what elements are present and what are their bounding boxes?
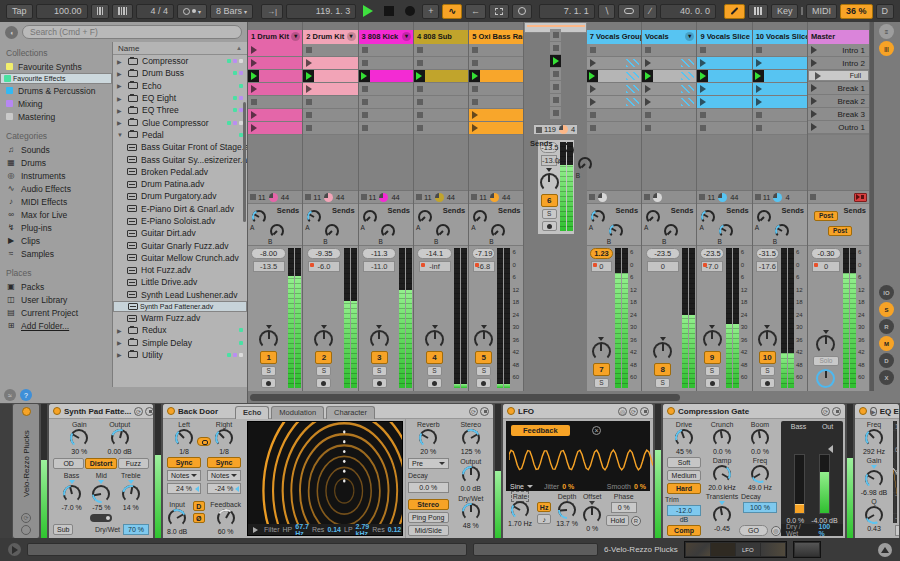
clip-stop-button[interactable] [362,60,368,66]
playing-clip-button[interactable] [753,70,764,82]
track-stop-button[interactable] [536,127,542,133]
empty-clip-slot[interactable] [550,29,561,41]
clip-stop-button[interactable] [472,86,478,92]
knob-value[interactable]: 45 % [676,448,692,455]
phase-value[interactable]: 0 % [611,502,637,513]
phase-invert-button[interactable]: Ø [193,513,205,523]
knob-dial[interactable] [419,429,437,447]
browser-file-little-drive-adv[interactable]: Little Drive.adv [113,276,247,288]
scene-intro-2[interactable]: Intro 2 [808,57,869,69]
track-stop-button[interactable] [755,194,761,200]
clip-slot[interactable] [359,70,413,82]
knob-dial[interactable] [865,429,883,447]
knob-dial[interactable] [511,501,529,519]
sidebar-item-instruments[interactable]: ◎Instruments [0,169,112,182]
clip-slot[interactable] [248,109,302,121]
dropdown-icon[interactable]: ▾ [291,32,300,41]
device-activator[interactable] [53,407,61,415]
echo-output-knob[interactable]: Output0.0 dB [460,458,481,492]
sidebar-item-max-for-live[interactable]: ∞Max for Live [0,208,112,221]
empty-clip-slot[interactable] [359,109,413,121]
peak-value[interactable]: -inf [419,261,451,272]
knob-value[interactable]: -75 % [92,504,110,511]
expand-arrow-icon[interactable]: ▶ [117,351,124,358]
arm-button[interactable] [427,378,442,388]
sidebar-item-audio-effects[interactable]: ∿Audio Effects [0,182,112,195]
hot-swap-icon[interactable]: ⟳ [134,407,143,416]
punch-out-button[interactable]: ∕ [643,4,657,19]
playing-clip-button[interactable] [642,70,653,82]
clip-stop-button[interactable] [306,47,312,53]
track-header[interactable]: 1 Drum Kit▾ [248,30,302,44]
knob-value[interactable]: 0 % [586,525,598,532]
knob-dial[interactable] [122,485,140,503]
browser-folder-redux[interactable]: ▶Redux [113,324,247,336]
tempo-field[interactable]: 100.00 [36,4,88,19]
empty-clip-slot[interactable] [469,57,523,69]
send-a-knob[interactable] [701,210,715,224]
mixer-view-toggle[interactable]: ||| [879,41,894,56]
master-header[interactable]: Master [808,30,869,44]
clip-stop-button[interactable] [553,45,559,51]
knob-value[interactable]: 20 % [420,448,436,455]
scene-intro-1[interactable]: Intro 1 [808,44,869,56]
wave-select[interactable]: Sine [510,483,524,490]
peak-value[interactable]: -7.0 [701,261,723,272]
save-preset-icon[interactable] [480,407,489,416]
knob-dial[interactable] [751,465,769,483]
pan-knob[interactable] [425,330,444,349]
nudge-up-button[interactable] [112,4,133,19]
clip-slot[interactable] [642,57,696,69]
solo-button[interactable]: S [427,366,442,376]
peak-value[interactable]: -13.5 [253,261,285,272]
empty-clip-slot[interactable] [642,122,696,134]
bass-knob[interactable]: Bass-7.0 % [61,472,81,511]
empty-clip-slot[interactable] [642,109,696,121]
clip-stop-button[interactable] [590,112,596,118]
decay-value[interactable]: 0.0 % [408,482,449,493]
empty-clip-slot[interactable] [303,44,357,56]
od-button[interactable]: OD [53,458,84,469]
clip-stop-button[interactable] [362,99,368,105]
playing-clip-button[interactable] [414,70,425,82]
clip-stop-button[interactable] [553,84,559,90]
pan-knob[interactable] [259,330,278,349]
medium-button[interactable]: Medium [667,470,701,481]
solo-button[interactable]: S [476,366,491,376]
track-activator-button[interactable]: 10 [759,351,776,364]
browser-folder-echo[interactable]: ▶Echo [113,80,247,92]
empty-clip-slot[interactable] [359,122,413,134]
eq-curve-display[interactable]: 1260-6-12 [893,421,897,523]
mid-knob[interactable]: Mid-75 % [92,472,110,511]
cue-volume-knob[interactable] [816,369,835,388]
empty-clip-slot[interactable] [587,122,641,134]
eq-freq-knob[interactable]: Freq292 Hz [863,421,885,455]
track-header[interactable]: Vocals▾ [642,30,696,44]
sidebar-item-drums[interactable]: ▦Drums [0,156,112,169]
solo-button[interactable]: Solo [813,356,839,366]
clip-stop-button[interactable] [590,125,596,131]
send-a-post-button[interactable]: Post [814,211,838,221]
empty-clip-slot[interactable] [550,81,561,93]
send-b-knob[interactable] [775,224,789,238]
knob-dial[interactable] [713,429,731,447]
mixer-toggle-s[interactable]: S [879,302,894,317]
help-icon[interactable]: ? [20,389,32,401]
browser-file-e-piano-soloist-adv[interactable]: E-Piano Soloist.adv [113,215,247,227]
volume-value[interactable]: -14.1 [417,248,451,259]
arm-button[interactable] [372,378,387,388]
mode-right-select[interactable]: Notes [207,470,241,481]
scene-play-icon[interactable] [815,72,821,80]
sidebar-item-packs[interactable]: ▣Packs [0,280,112,293]
playing-clip-button[interactable] [248,70,259,82]
sidebar-item-midi-effects[interactable]: ♪MIDI Effects [0,195,112,208]
depth-knob[interactable]: Depth13.7 % [556,493,578,527]
scrollbar-thumb[interactable] [250,394,680,401]
device-thumbnail[interactable] [761,543,785,556]
key-map-button[interactable]: Key [771,4,799,19]
device-activator[interactable] [859,407,867,415]
clip-stop-button[interactable] [472,60,478,66]
hot-swap-icon[interactable]: ⟳ [21,513,31,523]
knob-value[interactable]: 48 % [463,522,479,529]
expand-arrow-icon[interactable]: ▶ [117,70,124,77]
